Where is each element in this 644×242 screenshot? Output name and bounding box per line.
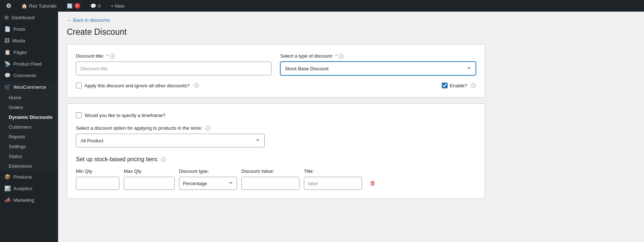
sidebar-item-marketing[interactable]: 📣 Marketing bbox=[0, 194, 58, 206]
enable-checkbox[interactable] bbox=[442, 83, 448, 88]
apply-discount-checkbox[interactable] bbox=[76, 83, 82, 88]
sidebar-sub-extensions[interactable]: Extensions bbox=[0, 161, 58, 171]
sidebar-item-posts[interactable]: 📄 Posts bbox=[0, 23, 58, 35]
sidebar-sub-customers[interactable]: Customers bbox=[0, 122, 58, 132]
discount-title-label: Discount title: * ℹ bbox=[76, 53, 272, 59]
analytics-icon: 📊 bbox=[4, 185, 11, 191]
product-feed-icon: 📡 bbox=[4, 61, 11, 67]
sidebar-sub-reports[interactable]: Reports bbox=[0, 132, 58, 142]
product-option-select[interactable]: All Product Specific Products Product Ca… bbox=[76, 134, 265, 147]
col-header-discount-type: Discount type: bbox=[179, 168, 237, 174]
col-header-discount-value: Discount Value: bbox=[241, 168, 299, 174]
discount-basic-card: Discount title: * ℹ Select a type of dis… bbox=[67, 44, 485, 97]
wp-logo[interactable]: 🅦 bbox=[4, 0, 13, 12]
discount-title-required: * bbox=[106, 53, 108, 59]
tier-discount-type-select[interactable]: Percentage Fixed Price bbox=[179, 177, 237, 190]
sidebar: ⊞ Dashboard 📄 Posts 🖼 Media 📋 Pages 📡 Pr… bbox=[0, 12, 58, 242]
sidebar-item-analytics[interactable]: 📊 Analytics bbox=[0, 183, 58, 194]
updates-icon: 🔄 bbox=[67, 3, 73, 9]
site-name-item[interactable]: 🏠 Rex Tutorials bbox=[19, 0, 59, 12]
sidebar-sub-label-status: Status bbox=[9, 154, 22, 159]
enable-label: Enable? bbox=[450, 83, 467, 88]
col-header-action bbox=[366, 168, 379, 174]
sidebar-item-media[interactable]: 🖼 Media bbox=[0, 35, 58, 46]
tier-title-input[interactable] bbox=[304, 177, 362, 190]
apply-discount-info-icon[interactable]: ℹ bbox=[194, 83, 199, 88]
new-item[interactable]: + New bbox=[109, 0, 126, 12]
discount-title-group: Discount title: * ℹ bbox=[76, 53, 272, 75]
sidebar-label-media: Media bbox=[12, 38, 25, 43]
timeframe-checkbox-item[interactable]: Would you like to specify a timeframe? bbox=[76, 112, 476, 118]
tiers-header-row: Min Qty Max Qty Discount type: Discount … bbox=[76, 168, 476, 174]
back-to-discounts-link[interactable]: ← Back to discounts bbox=[67, 17, 485, 23]
site-name: Rex Tutorials bbox=[29, 3, 57, 9]
discount-type-label: Select a type of discount: * ℹ bbox=[280, 53, 476, 59]
main-content: ← Back to discounts Create Discount Disc… bbox=[58, 12, 644, 242]
posts-icon: 📄 bbox=[4, 26, 11, 32]
woocommerce-icon: 🛒 bbox=[4, 84, 11, 90]
media-icon: 🖼 bbox=[4, 38, 9, 43]
sidebar-sub-dynamic-discounts[interactable]: Dynamic Discounts bbox=[0, 112, 58, 122]
comments-sidebar-icon: 💬 bbox=[4, 72, 11, 78]
discount-type-required: * bbox=[335, 53, 337, 59]
discount-title-info-icon[interactable]: ℹ bbox=[110, 54, 115, 59]
sidebar-item-comments[interactable]: 💬 Comments bbox=[0, 70, 58, 81]
sidebar-sub-label-home: Home bbox=[9, 95, 21, 100]
sidebar-label-marketing: Marketing bbox=[13, 197, 34, 203]
timeframe-label: Would you like to specify a timeframe? bbox=[85, 113, 165, 118]
sidebar-label-posts: Posts bbox=[13, 26, 25, 32]
discount-title-type-row: Discount title: * ℹ Select a type of dis… bbox=[76, 53, 476, 75]
discount-type-info-icon[interactable]: ℹ bbox=[338, 54, 343, 59]
sidebar-label-woocommerce: WooCommerce bbox=[13, 84, 46, 90]
sidebar-item-woocommerce[interactable]: 🛒 WooCommerce bbox=[0, 81, 58, 93]
product-option-label: Select a discount option for applying to… bbox=[76, 125, 265, 131]
sidebar-item-products[interactable]: 📦 Products bbox=[0, 171, 58, 183]
table-row: Percentage Fixed Price 🗑 bbox=[76, 177, 476, 190]
sidebar-item-dashboard[interactable]: ⊞ Dashboard bbox=[0, 12, 58, 23]
sidebar-sub-label-dynamic-discounts: Dynamic Discounts bbox=[9, 114, 53, 120]
sidebar-sub-home[interactable]: Home bbox=[0, 93, 58, 103]
col-header-max-qty: Max Qty bbox=[124, 168, 175, 174]
discount-type-group: Select a type of discount: * ℹ Stock Bas… bbox=[280, 53, 476, 75]
enable-checkbox-item[interactable]: Enable? ℹ bbox=[442, 83, 476, 88]
sidebar-sub-label-reports: Reports bbox=[9, 134, 25, 139]
discount-title-input[interactable] bbox=[76, 62, 272, 75]
back-link-label: Back to discounts bbox=[73, 17, 110, 23]
enable-info-icon[interactable]: ℹ bbox=[471, 83, 476, 88]
updates-item[interactable]: 🔄 9 bbox=[65, 0, 82, 12]
admin-bar: 🅦 🏠 Rex Tutorials 🔄 9 💬 0 + New bbox=[0, 0, 644, 12]
trash-icon: 🗑 bbox=[370, 180, 376, 187]
apply-discount-checkbox-item[interactable]: Apply this discount and ignore all other… bbox=[76, 83, 199, 88]
sidebar-label-analytics: Analytics bbox=[13, 186, 32, 191]
checkboxes-row: Apply this discount and ignore all other… bbox=[76, 83, 476, 88]
tier-max-qty-input[interactable] bbox=[124, 177, 175, 190]
sidebar-label-products: Products bbox=[13, 174, 32, 180]
comments-icon: 💬 bbox=[90, 3, 96, 9]
discount-options-card: Would you like to specify a timeframe? S… bbox=[67, 103, 485, 199]
discount-type-select[interactable]: Stock Base Discount Percentage Discount … bbox=[280, 62, 476, 75]
sidebar-sub-label-customers: Customers bbox=[9, 124, 32, 130]
sidebar-item-pages[interactable]: 📋 Pages bbox=[0, 46, 58, 58]
marketing-icon: 📣 bbox=[4, 197, 11, 203]
pricing-tiers-info-icon[interactable]: ℹ bbox=[161, 157, 166, 162]
page-title: Create Discount bbox=[67, 27, 485, 37]
sidebar-sub-label-orders: Orders bbox=[9, 105, 23, 110]
col-header-min-qty: Min Qty bbox=[76, 168, 119, 174]
tier-min-qty-input[interactable] bbox=[76, 177, 119, 190]
sidebar-item-product-feed[interactable]: 📡 Product Feed bbox=[0, 58, 58, 70]
sidebar-sub-settings[interactable]: Settings bbox=[0, 142, 58, 151]
tier-discount-value-input[interactable] bbox=[241, 177, 299, 190]
dashboard-icon: ⊞ bbox=[4, 14, 9, 20]
updates-badge: 9 bbox=[74, 3, 80, 9]
sidebar-sub-status[interactable]: Status bbox=[0, 151, 58, 161]
product-option-info-icon[interactable]: ℹ bbox=[205, 126, 210, 131]
col-header-title: Title: bbox=[304, 168, 362, 174]
apply-discount-label: Apply this discount and ignore all other… bbox=[85, 83, 189, 88]
sidebar-label-product-feed: Product Feed bbox=[13, 61, 42, 67]
tier-delete-button[interactable]: 🗑 bbox=[366, 179, 379, 188]
timeframe-checkbox[interactable] bbox=[76, 112, 82, 118]
comments-item[interactable]: 💬 0 bbox=[88, 0, 103, 12]
sidebar-sub-orders[interactable]: Orders bbox=[0, 103, 58, 112]
wp-icon: 🅦 bbox=[7, 3, 11, 9]
pricing-tiers-heading: Set up stock-based pricing tiers: ℹ bbox=[76, 156, 476, 163]
